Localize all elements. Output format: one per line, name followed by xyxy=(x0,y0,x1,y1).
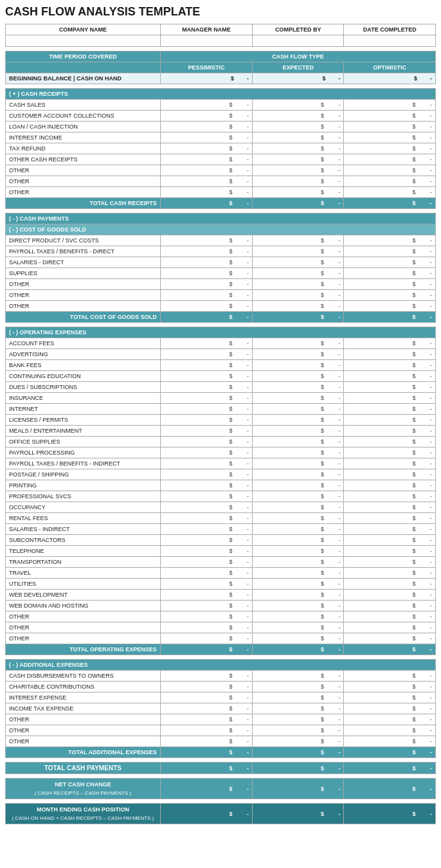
table-row: PAYROLL PROCESSING $ - $ - $ - xyxy=(6,448,436,458)
month-ending-p[interactable]: $ - xyxy=(160,804,252,824)
date-completed-value[interactable] xyxy=(344,35,436,47)
table-row: INSURANCE $ - $ - $ - xyxy=(6,393,436,404)
total-cash-payments-e[interactable]: $ - xyxy=(253,763,344,774)
month-ending-label: MONTH ENDING CASH POSITION ( CASH ON HAN… xyxy=(6,804,161,824)
time-period-label: TIME PERIOD COVERED xyxy=(6,51,161,62)
cash-sales-label: CASH SALES xyxy=(6,100,161,111)
table-row: INTEREST EXPENSE $ - $ - $ - xyxy=(6,692,436,703)
optimistic-header: OPTIMISTIC xyxy=(344,62,436,73)
beginning-balance-pessimistic[interactable]: $ - xyxy=(160,73,252,84)
table-row: ACCOUNT FEES $ - $ - $ - xyxy=(6,338,436,349)
table-row: INTEREST INCOME $ - $ - $ - xyxy=(6,132,436,143)
table-row: CONTINUING EDUCATION $ - $ - $ - xyxy=(6,371,436,382)
table-row: SALARIES - INDIRECT $ - $ - $ - xyxy=(6,524,436,535)
company-name-header: COMPANY NAME xyxy=(6,24,161,35)
table-row: TRAVEL $ - $ - $ - xyxy=(6,568,436,579)
table-row: SUPPLIES $ - $ - $ - xyxy=(6,268,436,279)
table-row: OTHER $ - $ - $ - xyxy=(6,290,436,301)
table-row: OTHER $ - $ - $ - xyxy=(6,736,436,747)
cash-sales-p[interactable]: $ - xyxy=(160,100,252,111)
table-row: OTHER $ - $ - $ - xyxy=(6,301,436,312)
manager-name-value[interactable] xyxy=(160,35,252,47)
table-row: PAYROLL TAXES / BENEFITS - INDIRECT $ - … xyxy=(6,458,436,469)
completed-by-value[interactable] xyxy=(253,35,344,47)
beginning-balance-label: BEGINNING BALANCE | CASH ON HAND xyxy=(6,73,161,84)
table-row: CASH DISBURSEMENTS TO OWNERS $ - $ - $ - xyxy=(6,671,436,682)
total-cogs-o[interactable]: $ - xyxy=(344,312,436,323)
total-cash-payments-o[interactable]: $ - xyxy=(344,763,436,774)
cost-of-goods-header: ( - ) COST OF GOODS SOLD xyxy=(6,224,436,235)
table-row: CASH SALES $ - $ - $ - xyxy=(6,100,436,111)
month-ending-o[interactable]: $ - xyxy=(344,804,436,824)
table-row: DUES / SUBSCRIPTIONS $ - $ - $ - xyxy=(6,382,436,393)
total-cogs-e[interactable]: $ - xyxy=(253,312,344,323)
table-row: PRINTING $ - $ - $ - xyxy=(6,480,436,491)
completed-by-header: COMPLETED BY xyxy=(253,24,344,35)
cash-receipts-header: ( + ) CASH RECEIPTS xyxy=(6,89,436,100)
company-name-value[interactable] xyxy=(6,35,161,47)
net-cash-change-label: NET CASH CHANGE ( CASH RECEIPTS – CASH P… xyxy=(6,779,161,799)
total-operating-o[interactable]: $ - xyxy=(344,644,436,655)
table-row: MEALS / ENTERTAINMENT $ - $ - $ - xyxy=(6,426,436,437)
table-row: OTHER $ - $ - $ - xyxy=(6,622,436,633)
total-cash-receipts-label: TOTAL CASH RECEIPTS xyxy=(6,198,161,209)
total-additional-o[interactable]: $ - xyxy=(344,747,436,758)
total-operating-label: TOTAL OPERATING EXPENSES xyxy=(6,644,161,655)
total-cogs-p[interactable]: $ - xyxy=(160,312,252,323)
operating-expenses-header: ( - ) OPERATING EXPENSES xyxy=(6,327,436,338)
total-cash-receipts-e[interactable]: $ - xyxy=(253,198,344,209)
net-cash-change-e[interactable]: $ - xyxy=(253,779,344,799)
total-cash-receipts-p[interactable]: $ - xyxy=(160,198,252,209)
beginning-balance-expected[interactable]: $ - xyxy=(253,73,344,84)
month-ending-e[interactable]: $ - xyxy=(253,804,344,824)
table-row: OTHER $ - $ - $ - xyxy=(6,714,436,725)
cash-sales-o[interactable]: $ - xyxy=(344,100,436,111)
cash-flow-type-label: CASH FLOW TYPE xyxy=(160,51,435,62)
manager-name-header: MANAGER NAME xyxy=(160,24,252,35)
table-row: TELEPHONE $ - $ - $ - xyxy=(6,546,436,557)
page-title: CASH FLOW ANALYSIS TEMPLATE xyxy=(5,5,436,19)
date-completed-header: DATE COMPLETED xyxy=(344,24,436,35)
table-row: POSTAGE / SHIPPING $ - $ - $ - xyxy=(6,469,436,480)
table-row: OTHER $ - $ - $ - xyxy=(6,165,436,176)
net-cash-change-p[interactable]: $ - xyxy=(160,779,252,799)
total-cash-payments-label: TOTAL CASH PAYMENTS xyxy=(6,763,161,774)
additional-expenses-header: ( - ) ADDITIONAL EXPENSES xyxy=(6,660,436,671)
table-row: SALARIES - DIRECT $ - $ - $ - xyxy=(6,257,436,268)
cash-sales-e[interactable]: $ - xyxy=(253,100,344,111)
beginning-balance-optimistic[interactable]: $ - xyxy=(344,73,436,84)
table-row: LOAN / CASH INJECTION $ - $ - $ - xyxy=(6,122,436,132)
total-additional-e[interactable]: $ - xyxy=(253,747,344,758)
table-row: OTHER $ - $ - $ - xyxy=(6,187,436,198)
total-additional-p[interactable]: $ - xyxy=(160,747,252,758)
table-row: PAYROLL TAXES / BENEFITS - DIRECT $ - $ … xyxy=(6,246,436,257)
table-row: TAX REFUND $ - $ - $ - xyxy=(6,143,436,154)
table-row: SUBCONTRACTORS $ - $ - $ - xyxy=(6,535,436,546)
table-row: OCCUPANCY $ - $ - $ - xyxy=(6,502,436,513)
total-cash-payments-p[interactable]: $ - xyxy=(160,763,252,774)
table-row: OTHER $ - $ - $ - xyxy=(6,725,436,736)
total-operating-e[interactable]: $ - xyxy=(253,644,344,655)
total-cogs-label: TOTAL COST OF GOODS SOLD xyxy=(6,312,161,323)
table-row: OTHER $ - $ - $ - xyxy=(6,279,436,290)
total-additional-label: TOTAL ADDITIONAL EXPENSES xyxy=(6,747,161,758)
table-row: LICENSES / PERMITS $ - $ - $ - xyxy=(6,415,436,426)
table-row: DIRECT PRODUCT / SVC COSTS $ - $ - $ - xyxy=(6,235,436,246)
table-row: CHARITABLE CONTRIBUTIONS $ - $ - $ - xyxy=(6,682,436,692)
table-row: RENTAL FEES $ - $ - $ - xyxy=(6,513,436,524)
table-row: WEB DEVELOPMENT $ - $ - $ - xyxy=(6,590,436,601)
table-row: OTHER $ - $ - $ - xyxy=(6,633,436,644)
total-cash-receipts-o[interactable]: $ - xyxy=(344,198,436,209)
table-row: OTHER $ - $ - $ - xyxy=(6,611,436,622)
total-operating-p[interactable]: $ - xyxy=(160,644,252,655)
table-row: TRANSPORTATION $ - $ - $ - xyxy=(6,557,436,568)
table-row: BANK FEES $ - $ - $ - xyxy=(6,360,436,371)
pessimistic-header: PESSIMISTIC xyxy=(160,62,252,73)
table-row: INCOME TAX EXPENSE $ - $ - $ - xyxy=(6,703,436,714)
table-row: UTILITIES $ - $ - $ - xyxy=(6,579,436,590)
table-row: PROFESSIONAL SVCS $ - $ - $ - xyxy=(6,491,436,502)
net-cash-change-o[interactable]: $ - xyxy=(344,779,436,799)
time-period-value[interactable] xyxy=(6,62,161,73)
table-row: OFFICE SUPPLIES $ - $ - $ - xyxy=(6,437,436,448)
table-row: ADVERTISING $ - $ - $ - xyxy=(6,349,436,360)
